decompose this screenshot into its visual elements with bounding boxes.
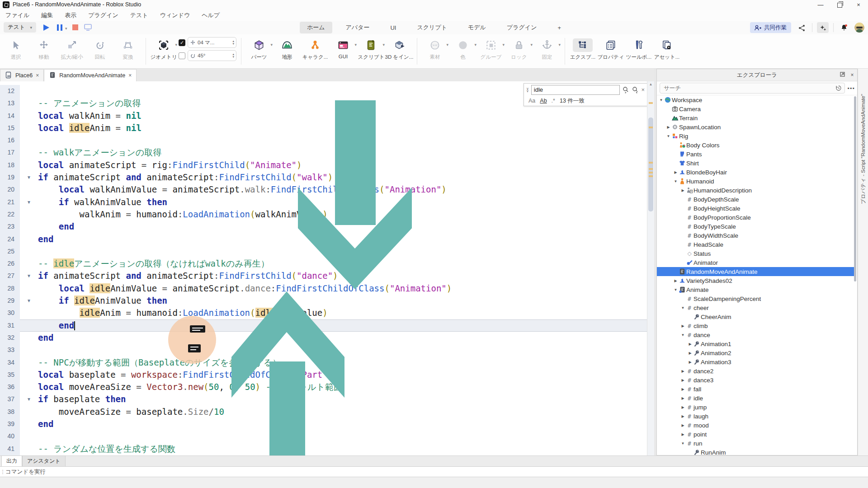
expand-arrow[interactable]: ▶ [688, 351, 693, 355]
select-tool-button[interactable]: 選択 [2, 35, 29, 67]
command-input[interactable]: コマンドを実行 [5, 468, 46, 476]
notifications-button[interactable] [838, 22, 850, 33]
scroll-up-icon[interactable]: ▲ [647, 82, 654, 86]
tree-item-VarietyShades02[interactable]: ▶VarietyShades02 [657, 276, 854, 285]
collaborate-button[interactable]: 共同作業 [750, 22, 791, 33]
tree-item-Animate[interactable]: ▼Animate [657, 285, 854, 294]
expand-arrow[interactable]: ▼ [680, 333, 685, 337]
rotate-tool-button[interactable]: 回転 [86, 35, 113, 67]
ribbon-tab-スクリプト[interactable]: スクリプト [410, 22, 454, 33]
tree-item-Animation2[interactable]: ▶Animation2 [657, 348, 854, 357]
share-button[interactable] [796, 22, 807, 33]
tree-item-idle[interactable]: ▶#idle [657, 394, 854, 403]
chevron-down-icon[interactable]: ▾ [354, 42, 357, 47]
tree-item-mood[interactable]: ▶#mood [657, 421, 854, 430]
tree-item-dance[interactable]: ▼#dance [657, 330, 854, 339]
drag-grip-icon[interactable]: ⋮ [0, 469, 5, 475]
chevron-down-icon[interactable]: ▾ [474, 42, 476, 47]
tree-item-Body Colors[interactable]: Body Colors [657, 141, 854, 150]
tree-item-BodyProportionScale[interactable]: #BodyProportionScale [657, 213, 854, 222]
menu-テスト[interactable]: テスト [130, 11, 148, 19]
code-lines[interactable]: 1213-- アニメーションの取得14local walkAnim = nil1… [0, 81, 654, 455]
close-button[interactable]: × [849, 0, 868, 10]
tree-item-dance2[interactable]: ▶#dance2 [657, 366, 854, 375]
code-line-22[interactable]: 22 walkAnim = humanoid:LoadAnimation(wal… [0, 208, 654, 221]
expand-arrow[interactable]: ▶ [673, 170, 678, 174]
group-button[interactable]: ▾グループ [477, 35, 505, 67]
tree-item-Status[interactable]: ◇Status [657, 249, 854, 258]
match-case-toggle[interactable]: Aa [528, 98, 535, 104]
code-line-28[interactable]: 28 local idleAnimValue = animateScript.d… [0, 282, 654, 295]
code-line-15[interactable]: 15local idleAnim = nil [0, 122, 654, 134]
ribbon-tab-ホーム[interactable]: ホーム [300, 22, 332, 33]
tree-item-BlondeBoyHair[interactable]: ▶BlondeBoyHair [657, 168, 854, 177]
expand-arrow[interactable]: ▶ [680, 432, 685, 436]
explorer-more-button[interactable]: ⋯ [847, 84, 854, 93]
fold-marker[interactable]: ▼ [20, 270, 38, 282]
material-button[interactable]: ▾素材 [421, 35, 448, 67]
code-line-41[interactable]: 41-- ランダムな位置を生成する関数 [0, 443, 654, 455]
tree-item-RandomMoveAndAnimate[interactable]: RandomMoveAndAnimate [657, 267, 854, 276]
restore-button[interactable] [830, 0, 849, 10]
expand-arrow[interactable]: ▼ [659, 98, 664, 102]
code-line-24[interactable]: 24end [0, 233, 654, 245]
code-line-16[interactable]: 16 [0, 134, 654, 146]
tree-item-HumanoidDescription[interactable]: ▶HumanoidDescription [657, 186, 854, 195]
expand-arrow[interactable]: ▶ [680, 405, 685, 409]
tree-item-Workspace[interactable]: ▼Workspace [657, 95, 854, 104]
ribbon-tab-UI[interactable]: UI [383, 23, 403, 33]
code-line-25[interactable]: 25 [0, 245, 654, 258]
rotate-snap-stepper[interactable]: ▴▾ [232, 53, 234, 58]
code-line-34[interactable]: 34-- NPCが移動する範囲（Baseplateのサイズを参考にする） [0, 357, 654, 369]
menu-編集[interactable]: 編集 [41, 11, 53, 19]
chevron-down-icon[interactable]: ▾ [382, 42, 385, 47]
code-line-31[interactable]: 31 end [0, 319, 654, 332]
code-line-33[interactable]: 33 [0, 344, 654, 356]
menu-プラグイン[interactable]: プラグイン [88, 11, 118, 19]
move-snap-checkbox[interactable]: ✓ [179, 39, 185, 46]
code-line-23[interactable]: 23 end [0, 221, 654, 233]
tree-item-jump[interactable]: ▶#jump [657, 403, 854, 412]
editor-tab-RandomMoveAndAnimate[interactable]: RandomMoveAndAnimate× [44, 69, 137, 81]
fold-marker[interactable]: ▼ [20, 171, 38, 183]
menu-ファイル[interactable]: ファイル [5, 11, 29, 19]
expand-arrow[interactable]: ▶ [680, 423, 685, 427]
find-close-icon[interactable]: × [641, 86, 645, 93]
editor-tab-Place6[interactable]: Place6× [0, 69, 44, 81]
transform-tool-button[interactable]: 変換 [114, 35, 142, 67]
fold-marker[interactable]: ▼ [20, 393, 38, 405]
explorer-close-icon[interactable]: × [847, 72, 857, 78]
tree-item-Animation1[interactable]: ▶Animation1 [657, 339, 854, 348]
expand-arrow[interactable]: ▶ [680, 369, 685, 373]
code-line-36[interactable]: 36local moveAreaSize = Vector3.new(50, 0… [0, 381, 654, 393]
code-line-26[interactable]: 26-- idleアニメーションの取得（なければwalkのみ再生） [0, 258, 654, 270]
code-line-19[interactable]: 19▼if animateScript and animateScript:Fi… [0, 171, 654, 183]
expand-arrow[interactable]: ▶ [680, 378, 685, 382]
code-line-20[interactable]: 20 local walkAnimValue = animateScript.w… [0, 183, 654, 196]
expand-arrow[interactable]: ▼ [666, 134, 671, 138]
tree-item-Animator[interactable]: Animator [657, 258, 854, 267]
tree-item-point[interactable]: ▶#point [657, 430, 854, 439]
code-line-17[interactable]: 17-- walkアニメーションの取得 [0, 146, 654, 159]
code-line-21[interactable]: 21▼ if walkAnimValue then [0, 196, 654, 208]
code-line-40[interactable]: 40 [0, 430, 654, 442]
editor-scrollbar[interactable]: ▲ [647, 81, 654, 455]
ai-assistant-button[interactable] [817, 22, 829, 33]
tree-item-laugh[interactable]: ▶#laugh [657, 412, 854, 421]
minimize-button[interactable]: — [811, 0, 830, 10]
ribbon-tab-モデル[interactable]: モデル [461, 22, 493, 33]
lock-button[interactable]: ▾ロック [505, 35, 533, 67]
explorer-toggle-button[interactable]: エクスプ... [569, 35, 596, 67]
insert-part-button[interactable]: ▾パーツ [245, 35, 273, 67]
tree-item-CheerAnim[interactable]: CheerAnim [657, 312, 854, 321]
tree-item-fall[interactable]: ▶#fall [657, 385, 854, 394]
expand-arrow[interactable]: ▶ [688, 360, 693, 364]
code-line-32[interactable]: 32end [0, 332, 654, 344]
import-3d-button[interactable]: 3D をイン... [386, 35, 413, 67]
tree-item-Terrain[interactable]: Terrain [657, 113, 854, 122]
match-word-toggle[interactable]: Ab [540, 98, 547, 104]
code-line-29[interactable]: 29▼ if idleAnimValue then [0, 295, 654, 307]
expand-arrow[interactable]: ▶ [680, 324, 685, 328]
scrollbar-thumb[interactable] [648, 117, 653, 211]
tree-item-Rig[interactable]: ▼Rig [657, 131, 854, 141]
